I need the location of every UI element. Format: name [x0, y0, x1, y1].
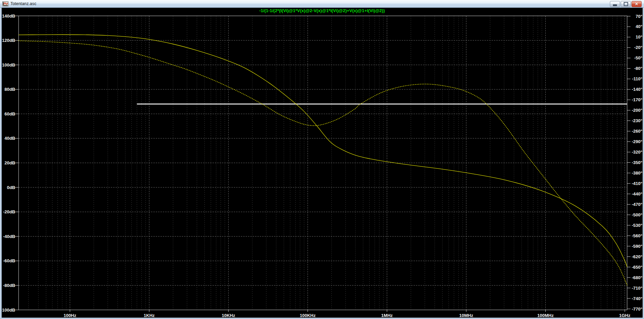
- x-tick-label: 1KHz: [144, 313, 155, 318]
- y-right-tick-label: -380°: [632, 170, 642, 176]
- maximize-button[interactable]: [621, 1, 631, 7]
- x-tick-label: 1MHz: [381, 313, 393, 318]
- y-right-tick-label: -680°: [632, 275, 642, 280]
- y-right-tick-label: -740°: [632, 296, 642, 301]
- y-right-tick-label: -770°: [632, 307, 642, 312]
- y-right-tick-label: -590°: [632, 244, 642, 249]
- close-button[interactable]: ✕: [631, 1, 642, 7]
- x-tick-label: 100Hz: [64, 313, 76, 318]
- window-border-left: [0, 8, 2, 319]
- y-right-tick-label: -170°: [632, 97, 642, 102]
- titlebar: Totentanz.asc ✕: [0, 0, 644, 8]
- y-right-tick-label: -230°: [632, 118, 642, 123]
- x-tick-label: 1GHz: [619, 313, 630, 318]
- x-tick-label: 10MHz: [459, 313, 473, 318]
- x-tick-label: 10KHz: [222, 313, 235, 318]
- y-right-tick-label: 10°: [636, 34, 642, 39]
- y-left-tick-label: -20dB: [3, 209, 15, 214]
- y-left-tick-label: 20dB: [4, 160, 15, 165]
- restore-icon: [624, 2, 628, 6]
- y-left-tick-label: 80dB: [4, 87, 15, 92]
- y-right-tick-label: -110°: [632, 76, 642, 81]
- y-left-tick-label: -100dB: [1, 308, 15, 313]
- y-right-tick-label: -260°: [632, 129, 642, 134]
- y-left-tick-label: 60dB: [4, 111, 15, 116]
- y-right-tick-label: -20°: [634, 45, 642, 50]
- y-left-tick-label: -80dB: [3, 283, 15, 288]
- waveform-pane[interactable]: 140dB120dB100dB80dB60dB40dB20dB0dB-20dB-…: [0, 0, 644, 319]
- y-right-tick-label: -620°: [632, 254, 642, 259]
- y-right-tick-label: -530°: [632, 223, 642, 228]
- y-right-tick-label: -470°: [632, 202, 642, 207]
- window-title: Totentanz.asc: [10, 1, 36, 6]
- y-right-tick-label: -140°: [632, 87, 642, 92]
- y-right-tick-label: -50°: [634, 55, 642, 60]
- y-right-tick-label: -410°: [632, 181, 642, 186]
- y-left-tick-label: 0dB: [7, 185, 15, 190]
- app-icon: [2, 1, 8, 6]
- y-right-tick-label: -650°: [632, 265, 642, 270]
- y-left-tick-label: 140dB: [2, 14, 15, 19]
- y-right-tick-label: -290°: [632, 139, 642, 144]
- ltspice-waveform-window: 140dB120dB100dB80dB60dB40dB20dB0dB-20dB-…: [0, 0, 644, 319]
- y-left-tick-label: 120dB: [2, 38, 15, 43]
- y-right-tick-label: 40°: [636, 24, 642, 29]
- plot-background: [0, 0, 644, 319]
- y-right-tick-label: -440°: [632, 191, 642, 196]
- y-right-tick-label: 70°: [636, 14, 642, 19]
- close-icon: ✕: [635, 2, 638, 6]
- x-tick-label: 100MHz: [537, 313, 554, 318]
- y-left-tick-label: -60dB: [3, 258, 15, 263]
- y-left-tick-label: 40dB: [4, 136, 15, 141]
- y-right-tick-label: -200°: [632, 108, 642, 113]
- window-border-right: [643, 8, 644, 319]
- y-right-tick-label: -710°: [632, 286, 642, 291]
- y-right-tick-label: -350°: [632, 160, 642, 165]
- window-controls: ✕: [610, 1, 642, 7]
- minimize-button[interactable]: [610, 1, 620, 7]
- y-right-tick-label: -560°: [632, 233, 642, 238]
- y-right-tick-label: -80°: [634, 66, 642, 71]
- x-tick-label: 100KHz: [300, 313, 316, 318]
- y-left-tick-label: 100dB: [2, 62, 15, 68]
- minimize-icon: [613, 4, 617, 6]
- y-right-tick-label: -500°: [632, 212, 642, 217]
- trace-title[interactable]: -1/(1-1/(2*(I(Vi)@1*V(x)@2-V(x)@1*I(Vi)@…: [0, 8, 644, 13]
- window-border-bottom: [0, 318, 644, 319]
- y-right-tick-label: -320°: [632, 150, 642, 155]
- y-left-tick-label: -40dB: [3, 234, 15, 239]
